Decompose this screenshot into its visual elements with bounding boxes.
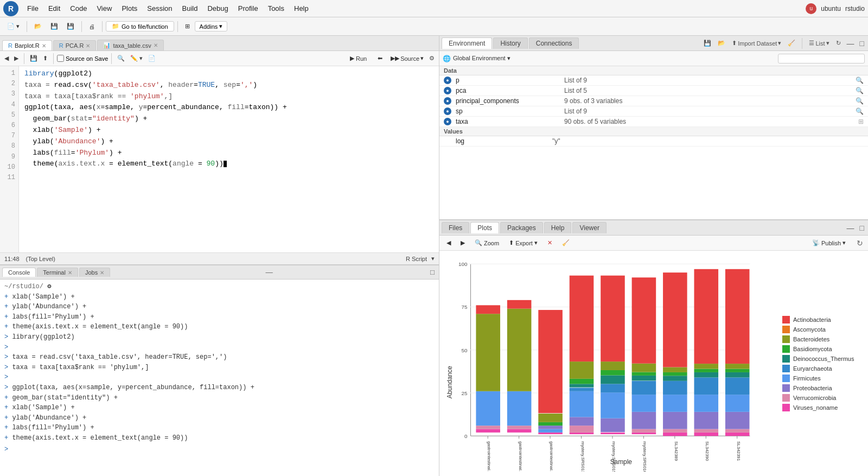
files-minimize-btn[interactable]: —	[845, 224, 856, 232]
code-editor[interactable]: 12345 67891011 library(ggplot2) taxa = r…	[0, 66, 439, 252]
save-btn[interactable]: 💾	[47, 21, 62, 31]
console-line-9: >	[4, 372, 435, 383]
menu-file[interactable]: File	[23, 3, 43, 14]
plot-prev-btn[interactable]: ◀	[443, 238, 455, 248]
layout-btn[interactable]: ⊞	[181, 21, 194, 31]
tab-barplot-close[interactable]: ✕	[42, 43, 46, 49]
redo-btn[interactable]: ▶	[12, 54, 21, 63]
env-row-sp-search[interactable]: 🔍	[856, 107, 864, 115]
menu-help[interactable]: Help	[290, 3, 313, 14]
goto-icon: 📁	[112, 23, 119, 30]
menu-session[interactable]: Session	[143, 3, 176, 14]
console-tab-terminal[interactable]: Terminal ✕	[37, 268, 78, 277]
menu-edit[interactable]: Edit	[44, 3, 65, 14]
undo-btn[interactable]: ◀	[2, 54, 11, 63]
env-row-taxa-table[interactable]: ⊞	[858, 118, 864, 125]
source-btn[interactable]: ▶▶ Source ▾	[388, 54, 426, 63]
tab-taxa-close[interactable]: ✕	[154, 42, 158, 48]
load-btn[interactable]: ⬆	[41, 54, 50, 63]
files-tab-viewer[interactable]: Viewer	[572, 222, 606, 233]
env-row-p[interactable]: ● p List of 9 🔍	[439, 75, 868, 86]
env-row-pca-search[interactable]: 🔍	[856, 87, 864, 94]
new-file-btn[interactable]: 📄▾	[3, 21, 23, 31]
console-input-line[interactable]: >	[4, 445, 435, 455]
env-list-btn[interactable]: ☰ List▾	[807, 39, 831, 48]
env-tab-hist-label: History	[500, 40, 520, 47]
env-tab-environment[interactable]: Environment	[442, 37, 492, 49]
export-icon: ⬆	[509, 239, 514, 246]
status-bar: 11:48 (Top Level) R Script ▾	[0, 252, 439, 264]
console-maximize-btn[interactable]: □	[428, 267, 437, 277]
console-content[interactable]: ~/rstudio/ ⚙ + xlab('Sample') + + ylab('…	[0, 280, 439, 476]
env-refresh-btn[interactable]: ↻	[834, 39, 843, 48]
open-btn[interactable]: 📂	[30, 21, 46, 31]
addins-btn[interactable]: Addins ▾	[195, 21, 228, 31]
tab-pca-close[interactable]: ✕	[86, 43, 90, 49]
delete-plot-btn[interactable]: ✕	[544, 238, 556, 248]
files-maximize-btn[interactable]: □	[858, 224, 866, 232]
goto-btn[interactable]: 📁 Go to file/function	[106, 21, 174, 31]
console-tab-jobs[interactable]: Jobs ✕	[79, 268, 110, 277]
env-import-btn[interactable]: ⬆ Import Dataset▾	[730, 39, 783, 48]
tab-taxa[interactable]: 📊 taxa_table.csv ✕	[97, 40, 163, 50]
env-tab-connections[interactable]: Connections	[529, 37, 579, 49]
broom-plot-btn[interactable]: 🧹	[558, 238, 573, 248]
files-tab-packages[interactable]: Packages	[500, 222, 543, 233]
menu-plots[interactable]: Plots	[117, 3, 142, 14]
files-tab-plots[interactable]: Plots	[470, 222, 499, 233]
save-file-btn[interactable]: 💾	[28, 54, 40, 63]
plot-area: Abundance Sample 100	[439, 251, 868, 476]
export-label: Export	[515, 240, 533, 246]
menu-view[interactable]: View	[92, 3, 116, 14]
menu-tools[interactable]: Tools	[264, 3, 289, 14]
menu-debug[interactable]: Debug	[203, 3, 232, 14]
env-row-p-search[interactable]: 🔍	[856, 77, 864, 84]
tab-barplot[interactable]: R Barplot.R ✕	[2, 40, 52, 50]
code-tools-btn[interactable]: ✏️ ▾	[128, 54, 145, 63]
env-broom-btn[interactable]: 🧹	[786, 39, 797, 48]
env-row-taxa[interactable]: ● taxa 90 obs. of 5 variables ⊞	[439, 117, 868, 127]
jobs-close-icon[interactable]: ✕	[100, 270, 104, 276]
svg-rect-32	[538, 310, 563, 413]
console-input[interactable]	[10, 446, 435, 453]
env-row-pc[interactable]: ● principal_components 9 obs. of 3 varia…	[439, 96, 868, 106]
files-tab-files[interactable]: Files	[442, 222, 469, 233]
export-btn[interactable]: ⬆ Export ▾	[505, 238, 541, 248]
env-minimize-btn[interactable]: —	[845, 39, 856, 48]
global-env-dropdown[interactable]: Global Environment ▾	[453, 55, 510, 62]
legend-label-verrucomicrobia: Verrucomicrobia	[793, 395, 836, 401]
console-tab-console[interactable]: Console	[2, 268, 36, 277]
console-line-11: + geom_bar(stat="identity") +	[4, 393, 435, 403]
run-btn[interactable]: ▶ Run	[345, 53, 372, 64]
compile-btn[interactable]: 📄	[146, 54, 158, 63]
code-content[interactable]: library(ggplot2) taxa = read.csv('taxa_t…	[19, 66, 439, 252]
menu-code[interactable]: Code	[66, 3, 91, 14]
env-load-btn[interactable]: 📂	[716, 39, 727, 48]
source-on-save-checkbox[interactable]	[57, 55, 64, 62]
save-all-btn[interactable]: 💾	[63, 21, 78, 31]
env-tab-history[interactable]: History	[493, 37, 527, 49]
plot-next-btn[interactable]: ▶	[457, 238, 469, 248]
menu-profile[interactable]: Profile	[234, 3, 263, 14]
env-row-pc-search[interactable]: 🔍	[856, 97, 864, 105]
editor-settings-btn[interactable]: ⚙	[427, 54, 437, 63]
env-row-pca[interactable]: ● pca List of 5 🔍	[439, 86, 868, 96]
plot-refresh-btn[interactable]: ↻	[855, 239, 865, 247]
env-maximize-btn[interactable]: □	[858, 39, 866, 48]
svg-rect-14	[476, 426, 500, 429]
files-tab-help[interactable]: Help	[544, 222, 572, 233]
zoom-btn[interactable]: 🔍 Zoom	[471, 238, 503, 248]
tab-pca[interactable]: R PCA.R ✕	[53, 40, 97, 50]
code-line-1: library(ggplot2)	[24, 68, 433, 80]
env-search-input[interactable]	[778, 54, 865, 64]
search-btn[interactable]: 🔍	[115, 54, 127, 63]
publish-btn[interactable]: 📡 Publish ▾	[807, 238, 851, 248]
env-save-btn[interactable]: 💾	[701, 39, 713, 48]
env-row-sp[interactable]: ● sp List of 9 🔍	[439, 106, 868, 117]
run-prev-btn[interactable]: ⬅	[373, 53, 387, 64]
menu-build[interactable]: Build	[178, 3, 202, 14]
terminal-close-icon[interactable]: ✕	[68, 270, 72, 276]
print-btn[interactable]: 🖨	[85, 22, 99, 31]
files-tab-plots-label: Plots	[477, 224, 492, 232]
console-minimize-btn[interactable]: —	[263, 267, 275, 277]
